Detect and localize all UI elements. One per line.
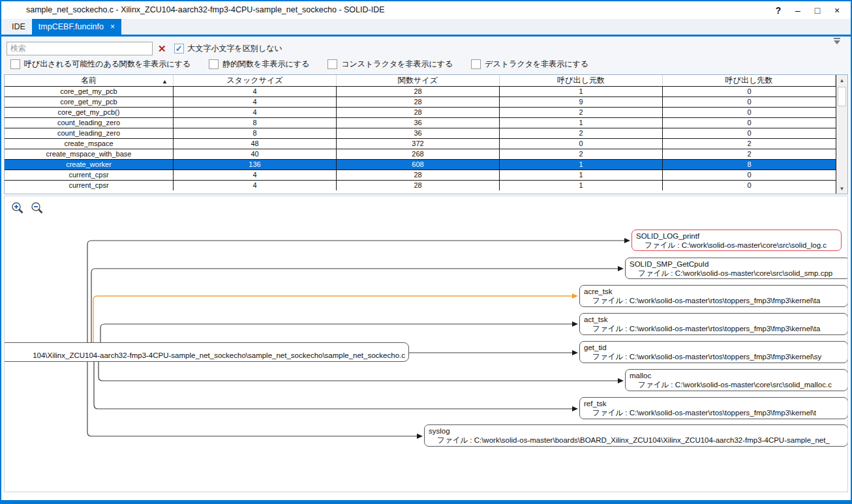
tab-funcinfo[interactable]: tmpCEBF.funcinfo × xyxy=(32,19,121,35)
toolbar-overflow-icon[interactable] xyxy=(832,38,842,46)
zoom-in-icon[interactable] xyxy=(11,201,24,215)
app-window: sample_net_sockecho.c - Xilinx_ZCU104-aa… xyxy=(0,0,852,504)
window-title: sample_net_sockecho.c - Xilinx_ZCU104-aa… xyxy=(26,5,385,14)
sort-asc-icon: ▲ xyxy=(162,76,168,86)
table-row[interactable]: current_cpsr 4 28 1 0 xyxy=(5,170,836,180)
title-bar: sample_net_sockecho.c - Xilinx_ZCU104-aa… xyxy=(1,1,851,19)
zoom-out-icon[interactable] xyxy=(31,201,44,215)
graph-node-syslog[interactable]: syslog ファイル : C:\work\solid-os-master\bo… xyxy=(424,424,848,447)
minimize-button[interactable]: – xyxy=(788,2,808,19)
search-input[interactable] xyxy=(7,42,153,55)
close-button[interactable]: × xyxy=(827,2,847,19)
tab-bar: IDE tmpCEBF.funcinfo × xyxy=(1,19,851,35)
graph-node-get-tid[interactable]: get_tid ファイル : C:\work\solid-os-master\r… xyxy=(579,341,848,363)
tab-close-icon[interactable]: × xyxy=(110,22,115,31)
help-button[interactable]: ? xyxy=(768,2,788,19)
table-row[interactable]: count_leading_zero 8 36 1 0 xyxy=(5,117,836,128)
graph-node-malloc[interactable]: malloc ファイル : C:\work\solid-os-master\co… xyxy=(625,369,848,391)
graph-node-solid-log-printf[interactable]: SOLID_LOG_printf ファイル : C:\work\solid-os… xyxy=(631,230,842,251)
scrollbar-thumb[interactable] xyxy=(838,87,846,106)
window-controls: ? – □ × xyxy=(768,1,847,19)
table-scrollbar[interactable]: ▲ ▼ xyxy=(836,75,847,194)
hide-constructor-label: コンストラクタを非表示にする xyxy=(341,59,453,70)
case-insensitive-checkbox[interactable]: ✓ xyxy=(174,44,184,53)
column-header-stack[interactable]: スタックサイズ xyxy=(174,75,337,86)
hide-destructor-label: デストラクタを非表示にする xyxy=(485,59,588,70)
hide-maybe-called-checkbox[interactable] xyxy=(10,59,20,69)
check-icon: ✓ xyxy=(175,44,183,53)
call-graph-panel: 104\Xilinx_ZCU104-aarch32-fmp3-4CPU-samp… xyxy=(4,196,848,492)
hide-maybe-called-label: 呼び出される可能性のある関数を非表示にする xyxy=(24,59,190,70)
graph-zoom-tools xyxy=(11,201,44,215)
table-row[interactable]: create_mspace_with_base 40 268 2 2 xyxy=(5,149,836,159)
filter-hide-maybe-called: 呼び出される可能性のある関数を非表示にする xyxy=(10,59,190,70)
tab-ide[interactable]: IDE xyxy=(5,19,32,35)
grid-header: 名前 ▲ スタックサイズ 関数サイズ 呼び出し元数 呼び出し先数 xyxy=(5,75,836,86)
graph-source-node[interactable]: 104\Xilinx_ZCU104-aarch32-fmp3-4CPU-samp… xyxy=(4,342,409,362)
hide-static-label: 静的関数を非表示にする xyxy=(222,59,309,70)
table-row[interactable]: core_get_my_pcb 4 28 9 0 xyxy=(5,96,836,107)
column-header-size[interactable]: 関数サイズ xyxy=(337,75,500,86)
scroll-down-icon[interactable]: ▼ xyxy=(836,183,847,194)
table-row-selected[interactable]: create_worker 136 608 1 8 xyxy=(5,159,836,170)
scroll-up-icon[interactable]: ▲ xyxy=(836,75,847,85)
table-row[interactable]: core_get_my_pcb() 4 28 2 0 xyxy=(5,107,836,117)
case-insensitive-label: 大文字小文字を区別しない xyxy=(188,43,282,54)
column-header-callees[interactable]: 呼び出し先数 xyxy=(663,75,836,86)
maximize-button[interactable]: □ xyxy=(808,2,827,19)
filter-row: 呼び出される可能性のある関数を非表示にする 静的関数を非表示にする コンストラク… xyxy=(10,59,588,70)
hide-constructor-checkbox[interactable] xyxy=(327,59,337,69)
filter-hide-constructor: コンストラクタを非表示にする xyxy=(327,59,453,70)
hide-destructor-checkbox[interactable] xyxy=(471,59,481,69)
table-row[interactable]: core_get_my_pcb 4 28 1 0 xyxy=(5,86,836,96)
tab-ide-label: IDE xyxy=(12,22,25,31)
graph-node-acre-tsk[interactable]: acre_tsk ファイル : C:\work\solid-os-master\… xyxy=(579,285,848,307)
filter-hide-destructor: デストラクタを非表示にする xyxy=(471,59,588,70)
table-row[interactable]: current_cpsr 4 28 1 0 xyxy=(5,180,836,190)
hide-static-checkbox[interactable] xyxy=(209,59,219,69)
graph-node-solid-smp-getcpuid[interactable]: SOLID_SMP_GetCpuId ファイル : C:\work\solid-… xyxy=(625,258,848,279)
table-row[interactable]: count_leading_zero 8 36 2 0 xyxy=(5,128,836,138)
function-table: 名前 ▲ スタックサイズ 関数サイズ 呼び出し元数 呼び出し先数 core_ge… xyxy=(4,74,848,194)
filter-hide-static: 静的関数を非表示にする xyxy=(209,59,309,70)
clear-search-icon[interactable]: ✕ xyxy=(158,44,166,53)
column-header-name[interactable]: 名前 ▲ xyxy=(5,75,174,86)
graph-node-act-tsk[interactable]: act_tsk ファイル : C:\work\solid-os-master\r… xyxy=(579,313,848,335)
search-row: ✕ ✓ 大文字小文字を区別しない xyxy=(7,40,282,56)
tab-funcinfo-label: tmpCEBF.funcinfo xyxy=(38,22,104,31)
column-header-callers[interactable]: 呼び出し元数 xyxy=(500,75,663,86)
source-node-path: 104\Xilinx_ZCU104-aarch32-fmp3-4CPU-samp… xyxy=(33,351,405,359)
function-grid: 名前 ▲ スタックサイズ 関数サイズ 呼び出し元数 呼び出し先数 core_ge… xyxy=(5,75,836,194)
toolbar: ✕ ✓ 大文字小文字を区別しない 呼び出される可能性のある関数を非表示にする 静… xyxy=(1,37,851,74)
table-row[interactable]: create_mspace 48 372 0 2 xyxy=(5,138,836,149)
graph-node-ref-tsk[interactable]: ref_tsk ファイル : C:\work\solid-os-master\r… xyxy=(579,397,848,419)
